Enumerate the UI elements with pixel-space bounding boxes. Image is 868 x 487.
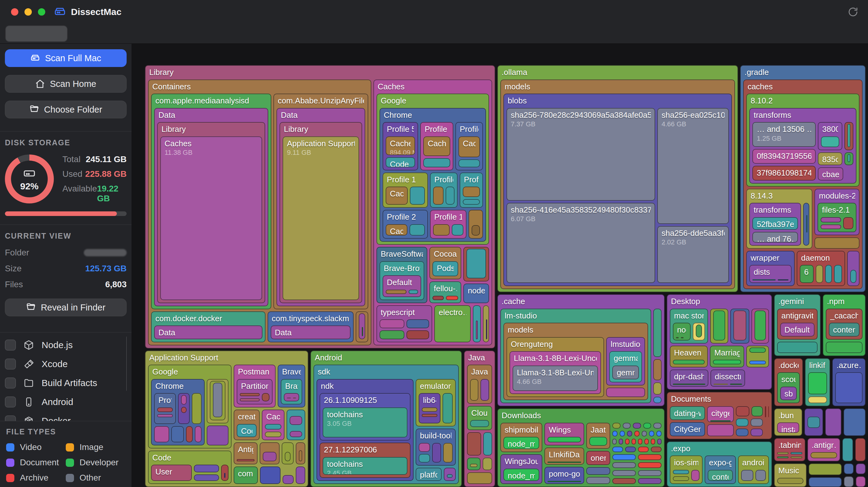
treemap-node-jaatvi[interactable]: JaatVi… [586,423,610,449]
treemap-node-antigr[interactable]: Antigr… [234,442,257,464]
treemap-node-block[interactable] [834,265,842,283]
treemap-node-transforms[interactable]: transforms… and 13506 …1.25 GB0f83943719… [749,108,857,184]
treemap-node-.azure[interactable]: .azure… [832,358,866,406]
treemap-node-block[interactable] [644,439,649,445]
treemap-node-block[interactable] [676,337,679,338]
treemap-node-block[interactable] [486,319,487,339]
treemap-node-.gradle[interactable]: .gradlecaches8.10.2transforms… and 13506… [740,65,866,292]
treemap-node-block[interactable] [181,395,187,405]
treemap-node-block[interactable] [710,420,731,422]
treemap-node-block[interactable] [656,431,661,436]
treemap-node-sha256-780e28c2943069a5a384afe0a5b5a667[interactable]: sha256-780e28c2943069a5a384afe0a5b5a667…… [506,108,655,201]
treemap-node-block[interactable] [765,406,766,417]
treemap-node-.ollama[interactable]: .ollamamodelsblobssha256-780e28c2943069a… [497,65,738,292]
treemap-node-partition[interactable]: Partition… [237,379,273,405]
treemap-node-pomo-golo[interactable]: pomo-golo-… [545,467,584,484]
treemap-node-block[interactable] [589,437,607,446]
treemap-node-8.10.2[interactable]: 8.10.2transforms… and 13506 …1.25 GB0f83… [746,94,860,187]
treemap-node-block[interactable] [444,468,456,481]
treemap-node-ios-simul[interactable]: ios-simul… [670,456,703,484]
treemap-node-block[interactable] [649,431,654,436]
treemap-node-block[interactable] [606,388,645,397]
treemap-node-javavi[interactable]: JavaVi… [467,365,492,404]
treemap-node-block[interactable] [843,408,866,436]
treemap-node-llama-3.1-8b-lexi-uncenso[interactable]: Llama-3.1-8B-Lexi-Uncenso…Llama-3.1-8B-L… [509,351,601,394]
treemap-node-documents[interactable]: Documentsdating-we…CityGemcitygem.. [667,392,772,439]
treemap-node-block[interactable] [638,478,661,484]
treemap-node-default[interactable]: DefaultCache [383,275,422,297]
treemap-node-block[interactable] [856,476,866,487]
treemap-node-block[interactable] [612,470,636,476]
treemap-node-heaven-mar[interactable]: Heaven mar… [670,346,708,367]
treemap-node-com.fac.[interactable]: com.fac. [820,217,841,222]
treemap-node-block[interactable] [463,187,480,197]
treemap-node-block[interactable] [447,474,453,478]
treemap-node-.cache[interactable]: .cachelm-studiomodelsOrengutengLlama-3.1… [497,294,664,406]
treemap-node-block[interactable] [433,224,450,236]
treemap-node-block[interactable] [466,249,486,278]
treemap-node-block[interactable] [768,406,769,417]
treemap-node-block[interactable] [472,225,480,236]
treemap-node-block[interactable] [755,470,766,481]
treemap-node-block[interactable] [790,456,802,459]
treemap-node-block[interactable] [638,447,649,452]
treemap-node-block[interactable] [657,439,661,445]
treemap-node-block[interactable] [186,426,193,442]
treemap-node-block[interactable] [713,360,741,364]
treemap-node-profile-8[interactable]: Profile 8Cache [420,122,453,171]
treemap-node-block[interactable] [443,443,453,463]
treemap-node-block[interactable] [483,305,489,342]
treemap-node-block[interactable] [442,393,453,423]
treemap-node-block[interactable] [263,452,277,461]
treemap-node-block[interactable] [749,347,766,353]
treemap-node-block[interactable] [777,452,788,454]
treemap-node-linkif[interactable]: linkif… [805,358,830,406]
treemap-node-block[interactable] [548,462,581,463]
treemap-node-block[interactable] [816,265,823,283]
treemap-node-sha256-dde5aa3fc5ff[interactable]: sha256-dde5aa3fc5ff…2.02 GB [657,226,729,283]
treemap-node-block[interactable] [293,398,296,398]
treemap-node-block[interactable] [262,393,270,401]
treemap-node-dists[interactable]: dists [749,265,792,283]
treemap-node-code[interactable]: CodeUser [148,451,231,484]
treemap-node-block[interactable] [803,203,809,246]
treemap-node-llama-3.1-8b-lexi-uncens[interactable]: Llama-3.1-8B-Lexi-Uncens…4.66 GB [513,366,598,391]
treemap-node-block[interactable] [207,379,228,424]
treemap-node-block[interactable] [433,187,443,205]
treemap-node-android[interactable]: android-… [738,456,769,484]
treemap-node-postman[interactable]: PostmanPartition… [234,365,276,407]
treemap-node-block[interactable] [825,408,841,436]
treemap-node-block[interactable] [283,475,293,484]
treemap-node-scout[interactable]: scoutsbom [777,372,800,403]
treemap-node-.npm[interactable]: .npm_cacacheconten… [823,294,866,356]
treemap-node-block[interactable] [586,467,610,475]
treemap-node-block[interactable] [638,454,661,460]
treemap-node-block[interactable] [808,396,827,403]
treemap-node-block[interactable] [751,309,769,343]
treemap-node-block[interactable] [642,431,647,436]
zoom-window-button[interactable] [38,8,45,16]
treemap-node-block[interactable] [612,431,618,436]
treemap-node-profil[interactable]: Profil… [460,173,483,208]
treemap-node-block[interactable] [284,393,299,401]
treemap-node-block[interactable] [619,439,623,445]
treemap-node-cache[interactable]: Cache [386,187,408,205]
treemap-node-node-n[interactable]: node_n [673,323,691,340]
treemap-node-citygem[interactable]: CityGem [670,422,705,436]
treemap-node-models[interactable]: modelsOrengutengLlama-3.1-8B-Lexi-Uncens… [503,323,648,400]
treemap-node-dpr-dashbo[interactable]: dpr-dashbo… [670,369,708,387]
treemap-node-sbom[interactable]: sbom [780,387,797,400]
treemap-node-block[interactable] [631,439,636,445]
treemap-node-block[interactable] [406,330,429,339]
treemap-node-block[interactable] [778,279,788,280]
treemap-node-cache[interactable]: Cache [386,224,408,236]
treemap-node-models[interactable]: modelsblobssha256-780e28c2943069a5a384af… [500,80,735,290]
treemap-node-block[interactable] [693,323,705,340]
treemap-node-block[interactable] [423,158,450,167]
scan-home-button[interactable]: Scan Home [5,75,127,93]
treemap-node-and-76[interactable]: … and 76… [752,232,798,243]
treemap-node-block[interactable] [260,442,280,464]
treemap-node-block[interactable] [623,423,631,429]
treemap-node-profile[interactable]: Profile… [430,173,458,208]
treemap-node-block[interactable] [483,458,492,470]
